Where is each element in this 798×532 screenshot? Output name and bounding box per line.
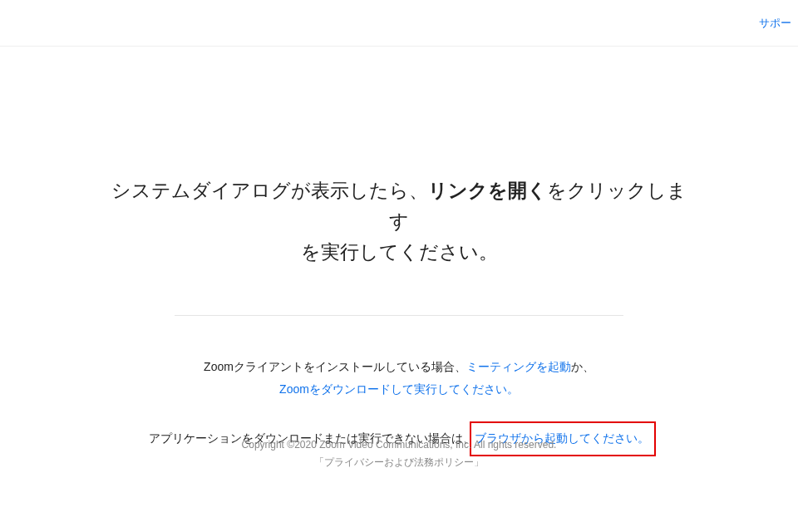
headline-line2: を実行してください。 xyxy=(301,241,498,263)
instructions: Zoomクライアントをインストールしている場合、ミーティングを起動か、 Zoom… xyxy=(0,356,798,449)
copyright-text: Copyright ©2020 Zoom Video Communication… xyxy=(0,436,798,455)
headline-bold: リンクを開く xyxy=(428,180,547,201)
content-divider xyxy=(175,315,623,316)
instruction1-post: か、 xyxy=(571,360,594,373)
page-header: サポー xyxy=(0,0,798,47)
support-link[interactable]: サポー xyxy=(759,16,791,31)
headline-pre: システムダイアログが表示したら、 xyxy=(111,180,428,201)
page-footer: Copyright ©2020 Zoom Video Communication… xyxy=(0,436,798,472)
privacy-policy-link[interactable]: 「プライバシーおよび法務ポリシー」 xyxy=(314,456,484,468)
download-zoom-link[interactable]: Zoomをダウンロードして実行してください。 xyxy=(279,382,519,396)
launch-meeting-link[interactable]: ミーティングを起動 xyxy=(466,360,571,373)
instruction-line-1: Zoomクライアントをインストールしている場合、ミーティングを起動か、 Zoom… xyxy=(0,356,798,400)
instruction1-pre: Zoomクライアントをインストールしている場合、 xyxy=(204,360,466,373)
main-content: システムダイアログが表示したら、リンクを開くをクリックします を実行してください… xyxy=(0,47,798,449)
launch-headline: システムダイアログが表示したら、リンクを開くをクリックします を実行してください… xyxy=(108,175,690,267)
